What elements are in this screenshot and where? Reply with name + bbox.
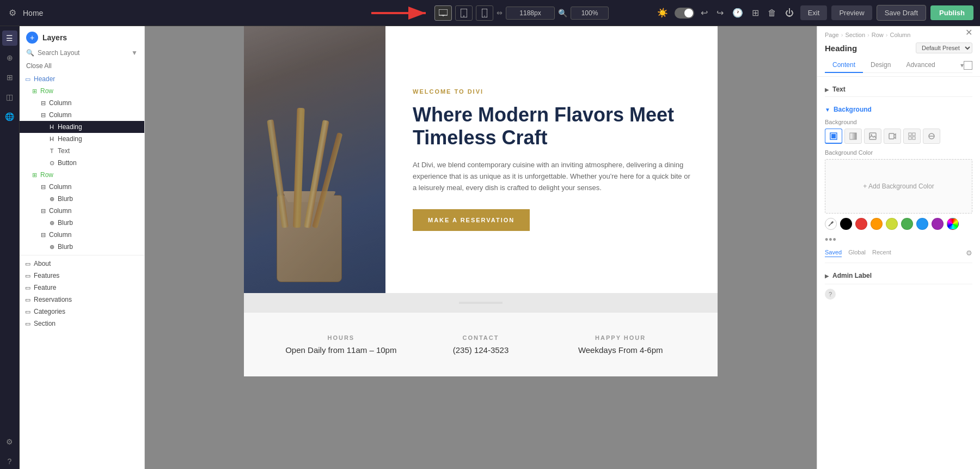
publish-button[interactable]: Publish [930, 5, 973, 20]
preview-button[interactable]: Preview [831, 5, 872, 20]
tab-content[interactable]: Content [825, 58, 863, 73]
layer-column-3[interactable]: ⊟ Column [20, 181, 144, 193]
layer-heading-selected[interactable]: H Heading [20, 121, 144, 133]
bg-video-type-btn[interactable] [884, 129, 901, 144]
tab-advanced[interactable]: Advanced [898, 58, 942, 73]
breadcrumb-row[interactable]: Row [872, 32, 884, 38]
add-element-button[interactable]: + [26, 32, 38, 44]
theme-toggle[interactable] [675, 8, 694, 19]
layers-tab[interactable]: Layers [42, 33, 67, 42]
sidebar-layers-icon[interactable]: ☰ [2, 31, 17, 46]
canvas-width-input[interactable] [506, 7, 555, 20]
layer-section[interactable]: ▭ Section [20, 318, 144, 330]
svg-rect-16 [912, 133, 915, 136]
layer-column-5[interactable]: ⊟ Column [20, 229, 144, 241]
grid-icon[interactable]: ⊞ [750, 5, 761, 20]
bg-color-type-btn[interactable] [825, 129, 842, 144]
swatch-yellow[interactable] [886, 218, 898, 230]
right-panel: Page › Section › Row › Column ✕ Heading … [817, 26, 980, 469]
swatch-black[interactable] [840, 218, 852, 230]
close-panel-button[interactable]: ✕ [965, 27, 972, 38]
left-sidebar: ☰ ⊕ ⊞ ◫ 🌐 ⚙ ? [0, 26, 20, 469]
color-settings-icon[interactable]: ⚙ [966, 249, 972, 257]
layer-blurb-1[interactable]: ⊕ Blurb [20, 193, 144, 205]
breadcrumb-column[interactable]: Column [890, 32, 910, 38]
layer-column-2[interactable]: ⊟ Column [20, 109, 144, 121]
zoom-input[interactable] [571, 7, 609, 20]
layer-button[interactable]: ⊙ Button [20, 157, 144, 169]
tab-design[interactable]: Design [863, 58, 898, 73]
swatch-red[interactable] [855, 218, 867, 230]
save-draft-button[interactable]: Save Draft [877, 5, 926, 21]
top-bar-right: ☀️ ↩ ↪ 🕐 ⊞ 🗑 ⏻ Exit Preview Save Draft P… [655, 5, 973, 21]
trash-icon[interactable]: 🗑 [765, 6, 779, 20]
text-section-header[interactable]: ▶ Text [825, 81, 972, 96]
sidebar-settings-icon[interactable]: ⚙ [2, 434, 17, 449]
color-tab-global[interactable]: Global [848, 249, 866, 257]
admin-label-header[interactable]: ▶ Admin Label [825, 272, 972, 279]
layer-column-4[interactable]: ⊟ Column [20, 205, 144, 217]
close-all-button[interactable]: Close All [20, 61, 144, 73]
swatch-purple[interactable] [932, 218, 944, 230]
layer-categories[interactable]: ▭ Categories [20, 306, 144, 318]
bg-image-type-btn[interactable] [864, 129, 881, 144]
square-expand-icon[interactable] [964, 61, 972, 70]
sidebar-modules-icon[interactable]: ⊞ [2, 70, 17, 85]
hours-value: Open Daily from 11am – 10pm [271, 345, 411, 355]
color-tab-recent[interactable]: Recent [872, 249, 891, 257]
more-swatches-icon[interactable]: ••• [825, 234, 837, 246]
layer-about[interactable]: ▭ About [20, 258, 144, 270]
sidebar-global-icon[interactable]: 🌐 [2, 109, 17, 124]
breadcrumb: Page › Section › Row › Column [825, 32, 910, 38]
background-section-header[interactable]: ▼ Background [825, 101, 972, 117]
mobile-device-btn[interactable] [476, 5, 493, 21]
layer-heading-2[interactable]: H Heading [20, 133, 144, 145]
sidebar-pages-icon[interactable]: ◫ [2, 89, 17, 105]
filter-icon[interactable]: ▼ [131, 49, 138, 57]
exit-button[interactable]: Exit [800, 5, 828, 20]
undo-icon[interactable]: ↩ [699, 5, 710, 20]
sidebar-help-icon[interactable]: ? [2, 454, 17, 469]
swatch-blue[interactable] [916, 218, 928, 230]
breadcrumb-section[interactable]: Section [845, 32, 865, 38]
swatch-orange[interactable] [871, 218, 883, 230]
section-icon: ▭ [24, 76, 32, 83]
layer-blurb-3[interactable]: ⊕ Blurb [20, 241, 144, 253]
add-background-color-area[interactable]: + Add Background Color [825, 159, 972, 214]
redo-icon[interactable]: ↪ [714, 5, 726, 20]
color-picker-btn[interactable] [825, 218, 837, 230]
text-chevron: ▶ [825, 87, 829, 93]
blurb-icon-3: ⊕ [48, 243, 56, 251]
desktop-device-btn[interactable] [434, 5, 452, 21]
bg-gradient-type-btn[interactable] [844, 129, 862, 144]
breadcrumb-page[interactable]: Page [825, 32, 839, 38]
layer-blurb-2[interactable]: ⊕ Blurb [20, 217, 144, 229]
preset-select[interactable]: Default Preset [916, 42, 972, 53]
layer-reservations[interactable]: ▭ Reservations [20, 294, 144, 306]
history-icon[interactable]: 🕐 [730, 5, 745, 20]
sidebar-search-icon[interactable]: ⊕ [2, 50, 17, 65]
layer-column-1[interactable]: ⊟ Column [20, 97, 144, 109]
bg-pattern-type-btn[interactable] [903, 129, 921, 144]
layer-text[interactable]: T Text [20, 145, 144, 157]
sun-icon[interactable]: ☀️ [655, 5, 670, 20]
gear-button[interactable]: ⚙ [7, 5, 19, 20]
color-tab-saved[interactable]: Saved [825, 249, 842, 257]
layer-row-1[interactable]: ⊞ Row [20, 85, 144, 97]
layer-feature[interactable]: ▭ Feature [20, 282, 144, 294]
bg-mask-type-btn[interactable] [923, 129, 940, 144]
layer-header[interactable]: ▭ Header [20, 73, 144, 85]
swatch-rainbow[interactable] [947, 218, 959, 230]
top-bar-center: ⇔ 🔍 [371, 5, 609, 21]
tablet-device-btn[interactable] [455, 5, 473, 21]
blurb-icon-2: ⊕ [48, 220, 56, 227]
hero-cta-button[interactable]: MAKE A RESERVATION [413, 209, 530, 231]
layer-row-2[interactable]: ⊞ Row [20, 169, 144, 181]
swatch-green[interactable] [901, 218, 913, 230]
search-input[interactable] [38, 49, 128, 57]
color-fill-icon [830, 132, 837, 140]
power-icon[interactable]: ⏻ [783, 6, 796, 20]
video-icon [889, 132, 896, 140]
layer-features[interactable]: ▭ Features [20, 270, 144, 282]
help-button[interactable]: ? [825, 289, 836, 300]
